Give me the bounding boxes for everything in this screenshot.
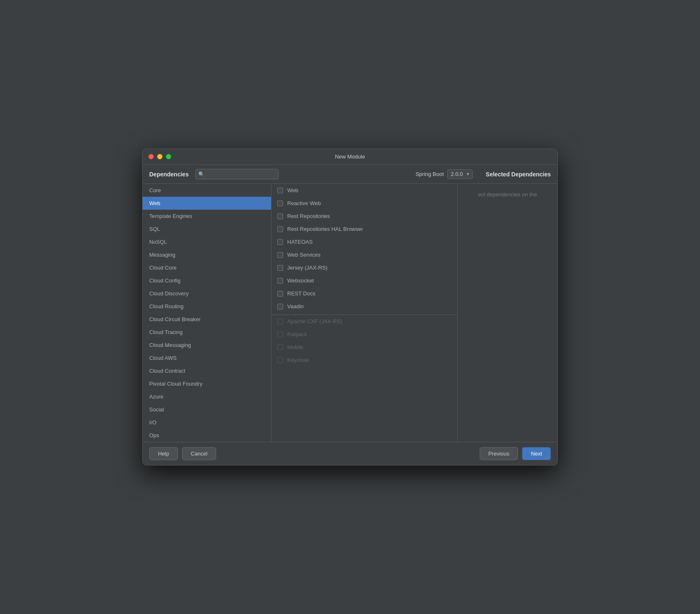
dep-jersey-label: Jersey (JAX-RS): [287, 265, 328, 271]
dep-vaadin[interactable]: Vaadin: [271, 300, 457, 313]
category-cloud-contract[interactable]: Cloud Contract: [143, 364, 271, 377]
category-core[interactable]: Core: [143, 184, 271, 197]
dep-hateoas-label: HATEOAS: [287, 239, 313, 245]
spring-boot-select-wrapper: 2.0.0 1.5.x 1.4.x ▼: [447, 169, 473, 179]
dep-rest-docs-label: REST Docs: [287, 290, 315, 297]
dep-rest-repositories-hal-label: Rest Repositories HAL Browser: [287, 226, 363, 232]
search-wrapper: 🔍: [195, 169, 279, 179]
dep-rest-repositories-hal-checkbox[interactable]: [277, 226, 283, 232]
traffic-lights: [148, 154, 171, 159]
footer-right: Previous Next: [480, 447, 551, 460]
category-web[interactable]: Web: [143, 197, 271, 210]
dep-keycloak-checkbox[interactable]: [277, 357, 283, 363]
dep-rest-repositories-hal[interactable]: Rest Repositories HAL Browser: [271, 223, 457, 235]
spring-boot-label: Spring Boot: [416, 171, 444, 177]
dep-jersey[interactable]: Jersey (JAX-RS): [271, 261, 457, 274]
header-bar: Dependencies 🔍 Spring Boot 2.0.0 1.5.x 1…: [143, 165, 557, 184]
selected-dependencies-label: Selected Dependencies: [486, 171, 551, 178]
category-ops[interactable]: Ops: [143, 429, 271, 442]
dep-ratpack-checkbox[interactable]: [277, 332, 283, 337]
category-social[interactable]: Social: [143, 403, 271, 416]
dep-vaadin-label: Vaadin: [287, 303, 304, 309]
category-cloud-messaging[interactable]: Cloud Messaging: [143, 339, 271, 352]
category-io[interactable]: I/O: [143, 416, 271, 429]
dep-ratpack-label: Ratpack: [287, 331, 307, 337]
category-messaging[interactable]: Messaging: [143, 248, 271, 261]
category-cloud-core[interactable]: Cloud Core: [143, 261, 271, 274]
footer: Help Cancel Previous Next: [143, 442, 557, 465]
category-cloud-config[interactable]: Cloud Config: [143, 274, 271, 287]
spring-boot-select[interactable]: 2.0.0 1.5.x 1.4.x: [447, 169, 473, 179]
category-cloud-tracing[interactable]: Cloud Tracing: [143, 326, 271, 339]
new-module-window: New Module Dependencies 🔍 Spring Boot 2.…: [142, 149, 558, 465]
minimize-button[interactable]: [157, 154, 163, 159]
dep-apache-cxf-label: Apache CXF (JAX-RS): [287, 318, 342, 324]
main-content: Core Web Template Engines SQL NoSQL Mess…: [143, 184, 557, 442]
right-panel-hint: ect dependencies on the: [471, 184, 544, 205]
dep-hateoas[interactable]: HATEOAS: [271, 235, 457, 248]
dep-apache-cxf-checkbox[interactable]: [277, 319, 283, 324]
category-template-engines[interactable]: Template Engines: [143, 210, 271, 223]
dep-apache-cxf[interactable]: Apache CXF (JAX-RS): [271, 315, 457, 328]
dependencies-label: Dependencies: [149, 171, 189, 178]
dep-rest-repositories-label: Rest Repositories: [287, 213, 330, 219]
categories-panel: Core Web Template Engines SQL NoSQL Mess…: [143, 184, 271, 442]
dep-rest-repositories-checkbox[interactable]: [277, 213, 283, 219]
dep-jersey-checkbox[interactable]: [277, 265, 283, 271]
dep-websocket-checkbox[interactable]: [277, 278, 283, 284]
dep-web-services-checkbox[interactable]: [277, 252, 283, 258]
cancel-button[interactable]: Cancel: [182, 447, 216, 460]
category-nosql[interactable]: NoSQL: [143, 235, 271, 248]
previous-button[interactable]: Previous: [480, 447, 518, 460]
selected-dependencies-panel: ect dependencies on the: [458, 184, 557, 442]
dep-web-services[interactable]: Web Services: [271, 248, 457, 261]
dep-reactive-web[interactable]: Reactive Web: [271, 197, 457, 210]
dep-keycloak[interactable]: Keycloak: [271, 354, 457, 366]
dependencies-panel: Web Reactive Web Rest Repositories Rest …: [271, 184, 458, 442]
dep-rest-docs[interactable]: REST Docs: [271, 287, 457, 300]
close-button[interactable]: [148, 154, 154, 159]
help-button[interactable]: Help: [149, 447, 178, 460]
dep-web[interactable]: Web: [271, 184, 457, 197]
dep-vaadin-checkbox[interactable]: [277, 304, 283, 309]
dep-rest-repositories[interactable]: Rest Repositories: [271, 210, 457, 223]
category-azure[interactable]: Azure: [143, 390, 271, 403]
category-pivotal-cloud-foundry[interactable]: Pivotal Cloud Foundry: [143, 377, 271, 390]
dep-web-checkbox[interactable]: [277, 188, 283, 193]
dep-mobile[interactable]: Mobile: [271, 341, 457, 354]
dep-web-services-label: Web Services: [287, 252, 320, 258]
dep-ratpack[interactable]: Ratpack: [271, 328, 457, 341]
window-title: New Module: [335, 154, 365, 160]
dep-websocket[interactable]: Websocket: [271, 274, 457, 287]
dep-reactive-web-checkbox[interactable]: [277, 201, 283, 206]
category-cloud-circuit-breaker[interactable]: Cloud Circuit Breaker: [143, 313, 271, 326]
category-cloud-discovery[interactable]: Cloud Discovery: [143, 287, 271, 300]
category-sql[interactable]: SQL: [143, 223, 271, 235]
dep-keycloak-label: Keycloak: [287, 357, 309, 363]
category-cloud-aws[interactable]: Cloud AWS: [143, 352, 271, 364]
category-cloud-routing[interactable]: Cloud Routing: [143, 300, 271, 313]
dep-reactive-web-label: Reactive Web: [287, 200, 321, 206]
spring-boot-section: Spring Boot 2.0.0 1.5.x 1.4.x ▼: [416, 169, 473, 179]
dep-hateoas-checkbox[interactable]: [277, 239, 283, 245]
dep-web-label: Web: [287, 187, 298, 193]
dep-mobile-label: Mobile: [287, 344, 303, 350]
maximize-button[interactable]: [166, 154, 171, 159]
next-button[interactable]: Next: [522, 447, 551, 460]
search-input[interactable]: [195, 169, 279, 179]
dep-websocket-label: Websocket: [287, 277, 314, 284]
footer-left: Help Cancel: [149, 447, 216, 460]
dep-rest-docs-checkbox[interactable]: [277, 291, 283, 297]
dep-mobile-checkbox[interactable]: [277, 344, 283, 350]
titlebar: New Module: [143, 149, 557, 165]
